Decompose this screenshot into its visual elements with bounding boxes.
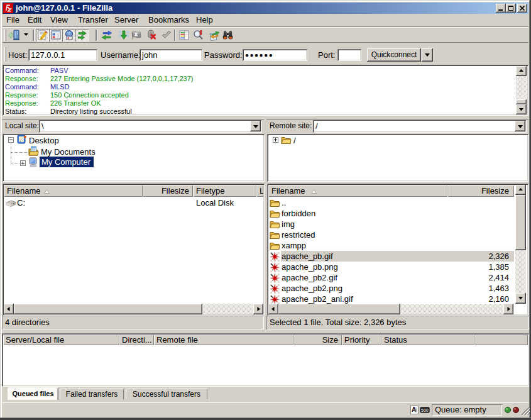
svg-text:A: A [412,406,416,413]
svg-text:500: 500 [421,408,429,412]
